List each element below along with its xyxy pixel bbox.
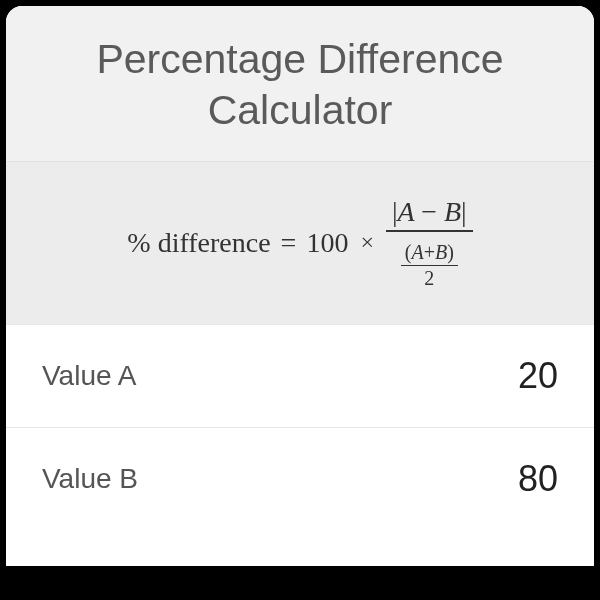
formula-constant: 100 bbox=[306, 227, 348, 259]
calculator-card: Percentage Difference Calculator % diffe… bbox=[6, 6, 594, 566]
var-a: A bbox=[398, 196, 415, 227]
formula-fraction: |A − B| (A+B) 2 bbox=[386, 196, 473, 290]
input-value-a[interactable] bbox=[438, 355, 558, 397]
formula-section: % difference = 100 × |A − B| (A+B) 2 bbox=[6, 161, 594, 324]
header: Percentage Difference Calculator bbox=[6, 6, 594, 161]
plus-sign: + bbox=[424, 241, 435, 263]
label-value-b: Value B bbox=[42, 463, 138, 495]
var-b: B bbox=[444, 196, 461, 227]
abs-close: | bbox=[461, 196, 467, 227]
sub-fraction: (A+B) 2 bbox=[401, 241, 458, 290]
formula-times: × bbox=[360, 229, 374, 256]
sub-denominator: 2 bbox=[424, 266, 434, 290]
paren-close: ) bbox=[447, 241, 454, 263]
input-row-b: Value B bbox=[6, 427, 594, 530]
denom-var-a: A bbox=[411, 241, 423, 263]
sub-numerator: (A+B) bbox=[401, 241, 458, 266]
minus-sign: − bbox=[421, 196, 437, 227]
formula-display: % difference = 100 × |A − B| (A+B) 2 bbox=[127, 196, 472, 290]
label-value-a: Value A bbox=[42, 360, 136, 392]
input-row-a: Value A bbox=[6, 324, 594, 427]
input-value-b[interactable] bbox=[438, 458, 558, 500]
formula-lhs: % difference bbox=[127, 227, 270, 259]
formula-numerator: |A − B| bbox=[386, 196, 473, 232]
denom-var-b: B bbox=[435, 241, 447, 263]
formula-equals: = bbox=[281, 227, 297, 259]
formula-denominator: (A+B) 2 bbox=[401, 232, 458, 290]
page-title: Percentage Difference Calculator bbox=[36, 34, 564, 137]
